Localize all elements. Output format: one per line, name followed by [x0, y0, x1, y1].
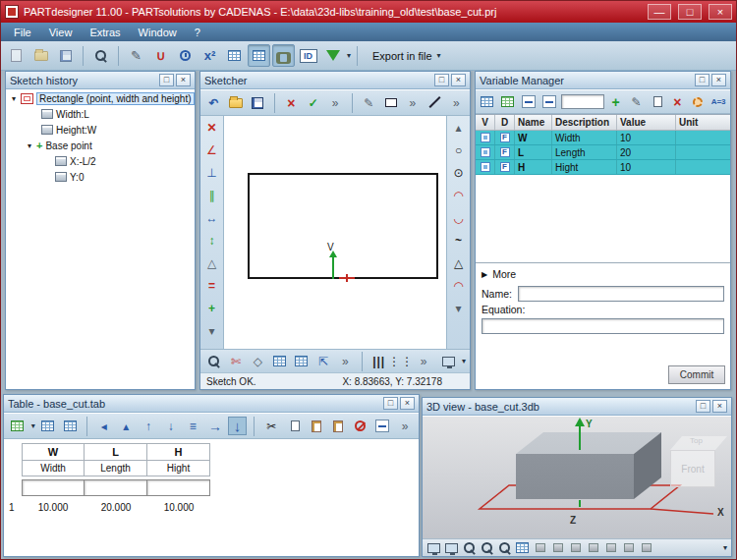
overflow-button[interactable]: »	[395, 417, 415, 435]
fit-view-button[interactable]: ⇱	[313, 352, 332, 370]
settings-button[interactable]	[689, 92, 707, 111]
rename-variable-button[interactable]: A=3	[709, 92, 727, 111]
add-table-button[interactable]	[8, 417, 28, 435]
overflow-button[interactable]: »	[325, 93, 344, 112]
shapes-button[interactable]: ◇	[249, 352, 267, 370]
run-button[interactable]	[321, 44, 344, 67]
variable-value[interactable]: 10	[617, 160, 676, 174]
view-right-button[interactable]	[586, 541, 600, 555]
column-desc-header[interactable]: Hight	[147, 460, 210, 476]
tree-node-y[interactable]: Y:0	[6, 169, 195, 185]
vertical-tool-button[interactable]: ↕	[202, 231, 222, 250]
tree-node-height[interactable]: Height:W	[6, 122, 195, 138]
orientation-cube[interactable]: Front	[670, 450, 715, 487]
sketch-canvas[interactable]: V	[224, 116, 446, 349]
line-tool-button[interactable]	[425, 93, 443, 112]
cell-value[interactable]: 20.000	[85, 499, 147, 515]
table-button[interactable]	[38, 417, 58, 435]
fit-view-button[interactable]	[426, 541, 441, 555]
menu-view[interactable]: View	[40, 26, 82, 39]
perpendicular-tool-button[interactable]: ⊥	[202, 163, 222, 182]
view-left-button[interactable]	[568, 541, 583, 555]
column-key-header[interactable]: L	[85, 443, 147, 460]
column-header[interactable]: V	[476, 115, 495, 130]
discard-sketch-button[interactable]: ×	[282, 93, 301, 112]
filter-cell[interactable]	[147, 479, 210, 496]
trim-tool-button[interactable]: ✕	[202, 118, 222, 137]
grid-toggle-button[interactable]	[248, 44, 270, 67]
viewport-3d[interactable]: X Y Z Top Front	[423, 417, 731, 556]
rectangle-tool-button[interactable]	[381, 93, 400, 112]
cut-region-button[interactable]: ✄	[226, 352, 245, 370]
grid-snap-button[interactable]	[292, 352, 311, 370]
scroll-up-icon[interactable]: ▴	[449, 118, 469, 137]
line-overflow-button[interactable]: »	[447, 93, 466, 112]
visibility-checkbox[interactable]	[481, 162, 490, 172]
triangle-tool-button[interactable]: △	[202, 253, 222, 272]
circle-tool-button[interactable]: ○	[449, 140, 469, 159]
assign-button[interactable]: →	[205, 417, 225, 435]
scroll-down-icon[interactable]: ▾	[202, 321, 222, 340]
view-top-button[interactable]	[603, 541, 618, 555]
menu-window[interactable]: Window	[130, 26, 186, 39]
close-panel-button[interactable]: ×	[451, 74, 466, 86]
row-down-button[interactable]: ↓	[161, 417, 181, 435]
render-mode-button[interactable]	[515, 541, 530, 555]
horizontal-tool-button[interactable]: ↔	[202, 208, 222, 227]
filter-cell[interactable]	[22, 479, 85, 496]
view-options-dropdown[interactable]: ▾	[723, 543, 727, 552]
variable-value[interactable]: 20	[617, 145, 676, 159]
arc3-tool-button[interactable]: ◡	[449, 208, 469, 227]
circle-center-tool-button[interactable]: ⊙	[449, 163, 469, 182]
zoom-out-button[interactable]	[480, 541, 494, 555]
column-header[interactable]: D	[495, 115, 515, 130]
id-button[interactable]: ID	[297, 44, 319, 67]
table-panel-titlebar[interactable]: Table - base_cut.tab □ ×	[4, 395, 419, 413]
save-sketch-button[interactable]	[249, 93, 267, 112]
sketch-history-titlebar[interactable]: Sketch history □ ×	[6, 72, 195, 89]
insert-column-button[interactable]: ◂	[94, 417, 114, 435]
row-up-button[interactable]: ↑	[139, 417, 158, 435]
column-desc-header[interactable]: Length	[85, 460, 147, 476]
close-button[interactable]: ×	[709, 4, 732, 20]
display-dropdown[interactable]: ▾	[462, 357, 466, 365]
segments-button[interactable]: ⋮⋮	[391, 352, 411, 370]
grid-display-button[interactable]	[270, 352, 289, 370]
tree-node-base-point[interactable]: ▾ + Base point	[6, 138, 195, 153]
cell-value[interactable]: 10.000	[147, 499, 210, 515]
more-expander[interactable]: ▶ More	[476, 263, 730, 282]
variable-table-button[interactable]	[479, 92, 496, 111]
angle-tool-button[interactable]: ∠	[202, 140, 222, 159]
close-panel-button[interactable]: ×	[712, 400, 727, 413]
copy-button[interactable]	[284, 417, 304, 435]
menu-help[interactable]: ?	[186, 26, 209, 39]
filter-cell[interactable]	[85, 479, 147, 496]
fix-point-tool-button[interactable]: +	[202, 299, 222, 317]
column-header[interactable]: Name	[515, 115, 552, 130]
column-header[interactable]: Unit	[676, 115, 730, 130]
new-file-button[interactable]	[5, 44, 28, 67]
close-panel-button[interactable]: ×	[400, 397, 415, 410]
sketcher-titlebar[interactable]: Sketcher □ ×	[200, 72, 470, 89]
zoom-in-button[interactable]	[462, 541, 477, 555]
maximize-button[interactable]: □	[678, 4, 702, 20]
float-panel-button[interactable]: □	[696, 400, 710, 413]
undo-button[interactable]: ↶	[204, 93, 223, 112]
column-header[interactable]: Value	[617, 115, 676, 130]
view-front-button[interactable]	[533, 541, 547, 555]
scroll-down-icon[interactable]: ▾	[449, 299, 469, 317]
variable-value[interactable]: 10	[617, 131, 676, 144]
add-variable-button[interactable]: +	[607, 92, 625, 111]
add-table-dropdown[interactable]: ▾	[31, 421, 35, 430]
close-panel-button[interactable]: ×	[711, 74, 726, 86]
menu-extras[interactable]: Extras	[81, 26, 129, 39]
value-range-button[interactable]	[520, 92, 538, 111]
link-variables-button[interactable]	[272, 44, 295, 67]
variable-filter-input[interactable]	[561, 94, 604, 109]
edit-table-button[interactable]	[499, 92, 517, 111]
save-file-button[interactable]	[54, 44, 77, 67]
equal-tool-button[interactable]: =	[202, 276, 222, 295]
zoom-window-button[interactable]	[497, 541, 512, 555]
delete-variable-button[interactable]: ×	[668, 92, 686, 111]
visibility-checkbox[interactable]	[481, 133, 490, 142]
